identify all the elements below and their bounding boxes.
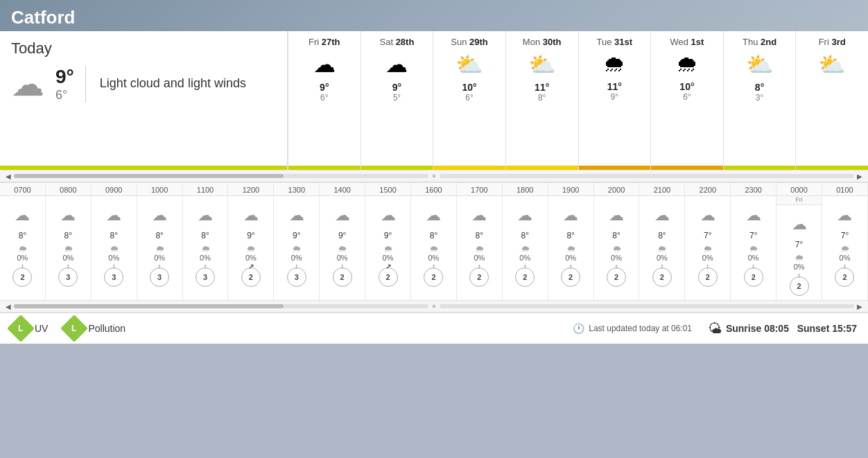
hour-temp: 8° — [476, 231, 483, 243]
day-label: Fri 27th — [309, 37, 340, 47]
hour-temp: 8° — [612, 231, 620, 243]
hour-col-2100: 2100 ☁ 8° 🌧 0% ↑ 2 — [639, 183, 685, 300]
scroll-right-arrow-bottom[interactable]: ▶ — [857, 303, 862, 310]
forecast-day-fri27[interactable]: Fri 27th ☁ 9° 6° — [288, 31, 361, 170]
day-temp-low: 6° — [683, 92, 691, 102]
main-content: Today ☁ 9° 6° Light cloud and light wind… — [0, 31, 868, 344]
forecast-days-wrapper: Fri 27th ☁ 9° 6° Sat 28th ☁ 9° 5° Sun 29… — [288, 31, 868, 170]
hour-wind-arrow: ↑ — [432, 263, 435, 270]
forecast-day-sat28[interactable]: Sat 28th ☁ 9° 5° — [361, 31, 433, 170]
day-temp-low: 8° — [538, 93, 546, 103]
badge-label-pollution: Pollution — [88, 323, 125, 334]
hour-label: 1700 — [457, 183, 502, 196]
rain-icon: 🌧 — [566, 243, 575, 254]
day-temp-high: 10° — [462, 82, 476, 93]
forecast-day-tue31[interactable]: Tue 31st 🌧 11° 9° — [578, 31, 651, 170]
badge-diamond-uv: L — [7, 315, 35, 342]
scroll-track-right[interactable] — [440, 174, 854, 178]
hour-wind-speed: 3 — [203, 273, 207, 281]
forecast-day-fri3[interactable]: Fri 3rd ⛅ — [795, 31, 868, 170]
hour-label: 1400 — [320, 183, 365, 196]
hour-label: 2300 — [731, 183, 776, 196]
hour-col-0700: 0700 ☁ 8° 🌧 0% ↑ 2 — [0, 183, 46, 300]
hour-col-1500: 1500 ☁ 9° 🌧 0% ↗ 2 — [365, 183, 411, 300]
badge-letter: L — [18, 324, 23, 333]
hour-col-1300: 1300 ☁ 9° 🌧 0% ↑ 3 — [274, 183, 320, 300]
hour-weather-icon: ☁ — [792, 205, 807, 240]
hour-wind-circle: ↑ 2 — [835, 267, 854, 287]
hour-label: 0100 — [822, 183, 867, 196]
forecast-day-thu2[interactable]: Thu 2nd ⛅ 8° 3° — [723, 31, 796, 170]
hour-wind-arrow: ↑ — [295, 263, 298, 270]
scroll-bar-bottom[interactable]: ◀ ≡ ▶ — [0, 300, 868, 312]
hour-weather-icon: ☁ — [152, 196, 167, 231]
hour-wind-circle: ↑ 2 — [515, 267, 535, 287]
hour-wind-circle: ↗ 2 — [241, 267, 261, 287]
hour-wind-circle: ↑ 2 — [561, 267, 580, 287]
rain-icon: 🌧 — [429, 243, 438, 254]
hour-wind-circle: ↑ 3 — [287, 267, 306, 287]
hour-col-1400: 1400 ☁ 9° 🌧 0% ↑ 2 — [320, 183, 365, 300]
day-temp-low: 6° — [465, 93, 473, 103]
hour-temp: 8° — [19, 231, 26, 243]
scroll-bar-top[interactable]: ◀ ≡ ▶ — [0, 170, 868, 182]
bottom-left: L UV L Pollution — [11, 319, 125, 338]
hour-col-2000: 2000 ☁ 8° 🌧 0% ↑ 2 — [594, 183, 640, 300]
hour-weather-icon: ☁ — [106, 196, 121, 231]
hour-label: 0900 — [92, 183, 137, 196]
hour-wind-arrow: ↑ — [615, 263, 618, 270]
day-icon: ⛅ — [818, 51, 846, 78]
hour-wind-circle: ↑ 3 — [58, 267, 78, 287]
hour-col-0800: 0800 ☁ 8° 🌧 0% ↑ 3 — [46, 183, 92, 300]
hour-wind-speed: 2 — [614, 273, 618, 281]
hour-label: 1900 — [548, 183, 593, 196]
hour-wind-speed: 3 — [66, 273, 70, 281]
scroll-right-arrow[interactable]: ▶ — [857, 173, 862, 180]
hour-wind-arrow: ↑ — [797, 272, 801, 279]
hour-weather-icon: ☁ — [609, 196, 624, 231]
city-title: Catford — [11, 7, 75, 28]
rain-icon: 🌧 — [840, 243, 849, 254]
scroll-track-right-bottom[interactable] — [440, 304, 854, 308]
hour-weather-icon: ☁ — [746, 196, 761, 231]
hour-label: 1200 — [228, 183, 273, 196]
hour-wind-circle: ↗ 2 — [379, 267, 398, 287]
hour-wind-arrow: ↑ — [752, 263, 755, 270]
hour-wind-circle: ↑ 2 — [790, 276, 809, 296]
badge-label-uv: UV — [35, 323, 48, 334]
hour-wind-speed: 3 — [157, 273, 162, 281]
hour-label: 1100 — [183, 183, 228, 196]
scroll-left-arrow[interactable]: ◀ — [6, 173, 11, 180]
hour-col-1200: 1200 ☁ 9° 🌧 0% ↗ 2 — [228, 183, 274, 300]
hour-label: 2000 — [594, 183, 639, 196]
hour-col-2200: 2200 ☁ 7° 🌧 0% ↑ 2 — [685, 183, 731, 300]
hour-temp: 7° — [749, 231, 757, 243]
hour-wind-speed: 2 — [477, 273, 481, 281]
hour-temp: 9° — [247, 231, 254, 243]
forecast-days: Fri 27th ☁ 9° 6° Sat 28th ☁ 9° 5° Sun 29… — [288, 31, 868, 170]
hour-wind-arrow: ↑ — [523, 263, 527, 270]
forecast-day-mon30[interactable]: Mon 30th ⛅ 11° 8° — [505, 31, 578, 170]
hour-temp: 8° — [201, 231, 209, 243]
hourly-grid: 0700 ☁ 8° 🌧 0% ↑ 2 0800 ☁ 8° 🌧 0% ↑ 3 09… — [0, 182, 868, 300]
scroll-left-arrow-bottom[interactable]: ◀ — [6, 303, 11, 310]
rain-icon: 🌧 — [657, 243, 666, 254]
rain-icon: 🌧 — [110, 243, 119, 254]
scroll-track-bottom[interactable] — [14, 304, 428, 308]
forecast-day-sun29[interactable]: Sun 29th ⛅ 10° 6° — [433, 31, 505, 170]
rain-icon: 🌧 — [703, 243, 712, 254]
hour-temp: 7° — [704, 231, 711, 243]
forecast-day-wed1[interactable]: Wed 1st 🌧 10° 6° — [650, 31, 723, 170]
day-temp-low: 3° — [756, 93, 763, 103]
today-description: Light cloud and light winds — [100, 76, 246, 91]
hour-temp: 8° — [110, 231, 117, 243]
hour-sublabel: Fri — [776, 196, 822, 205]
hour-temp: 8° — [658, 231, 666, 243]
hour-wind-arrow: ↑ — [158, 263, 162, 270]
hourly-grid-wrapper: 0700 ☁ 8° 🌧 0% ↑ 2 0800 ☁ 8° 🌧 0% ↑ 3 09… — [0, 182, 868, 300]
hour-temp: 8° — [430, 231, 437, 243]
hour-label: 2100 — [639, 183, 684, 196]
scroll-track[interactable] — [14, 174, 428, 178]
hour-wind-circle: ↑ 2 — [744, 267, 763, 287]
day-temp-low: 5° — [393, 93, 401, 103]
